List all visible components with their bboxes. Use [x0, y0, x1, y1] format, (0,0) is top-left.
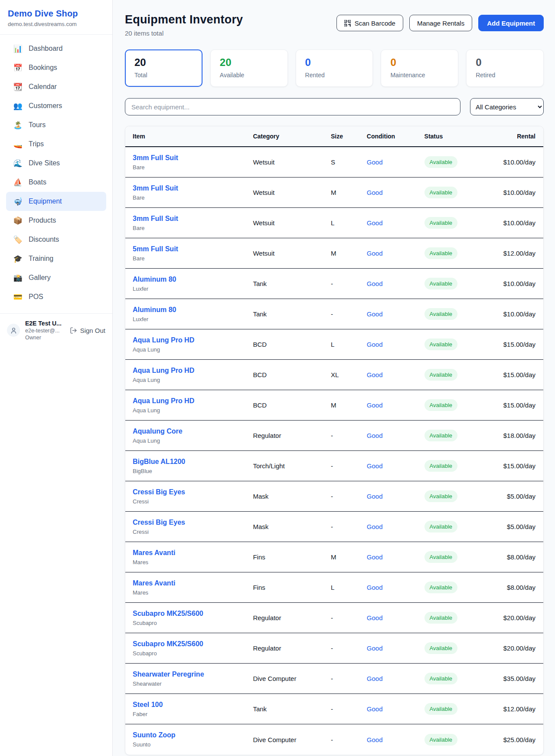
sign-out-button[interactable]: Sign Out: [70, 327, 105, 334]
table-row: Scubapro MK25/S600ScubaproRegulator-Good…: [125, 633, 543, 664]
category-filter-select[interactable]: All Categories: [470, 98, 544, 115]
item-name-link[interactable]: Aqua Lung Pro HD: [133, 336, 253, 344]
item-size: M: [331, 189, 367, 196]
status-badge: Available: [424, 551, 458, 563]
sidebar-item-dashboard[interactable]: 📊Dashboard: [6, 39, 106, 58]
stat-value: 0: [390, 56, 449, 69]
item-category: Dive Computer: [253, 675, 331, 682]
add-equipment-button[interactable]: Add Equipment: [478, 15, 544, 31]
sidebar-item-tours[interactable]: 🏝️Tours: [6, 115, 106, 135]
sidebar-item-gallery[interactable]: 📸Gallery: [6, 268, 106, 287]
status-badge: Available: [424, 490, 458, 502]
item-rental-price: $15.00/day: [489, 341, 543, 348]
item-name-link[interactable]: Aqua Lung Pro HD: [133, 367, 253, 375]
item-condition-link[interactable]: Good: [367, 341, 424, 348]
item-condition-link[interactable]: Good: [367, 736, 424, 743]
item-name-link[interactable]: BigBlue AL1200: [133, 458, 253, 466]
item-condition-link[interactable]: Good: [367, 250, 424, 257]
item-condition-link[interactable]: Good: [367, 675, 424, 682]
item-name-link[interactable]: Scubapro MK25/S600: [133, 640, 253, 648]
item-name-link[interactable]: 3mm Full Suit: [133, 154, 253, 162]
item-brand: Suunto: [133, 741, 253, 748]
item-name-link[interactable]: 3mm Full Suit: [133, 215, 253, 223]
sidebar-item-products[interactable]: 📦Products: [6, 211, 106, 230]
item-name-link[interactable]: 5mm Full Suit: [133, 245, 253, 253]
item-rental-price: $8.00/day: [489, 584, 543, 591]
item-condition-link[interactable]: Good: [367, 644, 424, 652]
item-name-link[interactable]: 3mm Full Suit: [133, 184, 253, 192]
item-name-link[interactable]: Cressi Big Eyes: [133, 488, 253, 496]
item-condition-link[interactable]: Good: [367, 614, 424, 621]
sidebar-item-label: Customers: [29, 102, 62, 110]
sign-out-icon: [70, 327, 77, 334]
item-size: -: [331, 280, 367, 287]
item-condition-link[interactable]: Good: [367, 462, 424, 470]
item-name-link[interactable]: Aqualung Core: [133, 427, 253, 435]
item-category: Fins: [253, 553, 331, 561]
item-condition-link[interactable]: Good: [367, 189, 424, 196]
brand: Demo Dive Shop demo.test.divestreams.com: [0, 0, 112, 35]
sidebar-item-trips[interactable]: 🚤Trips: [6, 135, 106, 154]
item-name-link[interactable]: Aluminum 80: [133, 306, 253, 314]
item-rental-price: $20.00/day: [489, 614, 543, 621]
stat-card-total[interactable]: 20Total: [125, 49, 202, 87]
sidebar-item-label: Equipment: [29, 197, 62, 205]
item-name-link[interactable]: Mares Avanti: [133, 549, 253, 557]
item-size: M: [331, 250, 367, 257]
item-condition-link[interactable]: Good: [367, 401, 424, 409]
stat-card-available[interactable]: 20Available: [210, 49, 288, 87]
sign-out-label: Sign Out: [80, 327, 105, 334]
item-name-link[interactable]: Suunto Zoop: [133, 731, 253, 739]
manage-rentals-button[interactable]: Manage Rentals: [409, 15, 472, 31]
sidebar-item-dive-sites[interactable]: 🌊Dive Sites: [6, 154, 106, 173]
item-condition-link[interactable]: Good: [367, 219, 424, 227]
search-input[interactable]: [125, 98, 460, 115]
item-condition-link[interactable]: Good: [367, 432, 424, 439]
sidebar-item-customers[interactable]: 👥Customers: [6, 96, 106, 115]
item-condition-link[interactable]: Good: [367, 280, 424, 287]
item-size: -: [331, 705, 367, 713]
sidebar-item-training[interactable]: 🎓Training: [6, 249, 106, 268]
item-name-link[interactable]: Aqua Lung Pro HD: [133, 397, 253, 405]
item-condition-link[interactable]: Good: [367, 523, 424, 530]
sidebar-item-label: Training: [29, 255, 53, 263]
sidebar-item-label: Trips: [29, 140, 44, 148]
item-condition-link[interactable]: Good: [367, 310, 424, 318]
stat-card-rented[interactable]: 0Rented: [296, 49, 373, 87]
item-name-link[interactable]: Aluminum 80: [133, 276, 253, 283]
item-category: BCD: [253, 341, 331, 348]
item-condition-link[interactable]: Good: [367, 158, 424, 166]
item-category: Wetsuit: [253, 250, 331, 257]
sidebar-item-equipment[interactable]: 🤿Equipment: [6, 192, 106, 211]
scan-barcode-button[interactable]: Scan Barcode: [336, 15, 403, 31]
stat-card-maintenance[interactable]: 0Maintenance: [381, 49, 458, 87]
table-row: Scubapro MK25/S600ScubaproRegulator-Good…: [125, 603, 543, 633]
sidebar-item-calendar[interactable]: 📆Calendar: [6, 77, 106, 96]
item-name-link[interactable]: Shearwater Peregrine: [133, 671, 253, 678]
item-name-link[interactable]: Cressi Big Eyes: [133, 519, 253, 526]
item-category: Fins: [253, 584, 331, 591]
item-category: Mask: [253, 493, 331, 500]
sidebar-item-boats[interactable]: ⛵Boats: [6, 173, 106, 192]
item-condition-link[interactable]: Good: [367, 493, 424, 500]
sidebar-item-label: Tours: [29, 121, 46, 129]
item-name-link[interactable]: Mares Avanti: [133, 579, 253, 587]
item-name-link[interactable]: Steel 100: [133, 701, 253, 709]
item-size: -: [331, 614, 367, 621]
brand-name[interactable]: Demo Dive Shop: [8, 9, 104, 19]
item-size: -: [331, 462, 367, 470]
item-name-link[interactable]: Scubapro MK25/S600: [133, 610, 253, 618]
item-condition-link[interactable]: Good: [367, 371, 424, 378]
discounts-icon: 🏷️: [13, 235, 23, 244]
stat-card-retired[interactable]: 0Retired: [466, 49, 544, 87]
item-category: Regulator: [253, 614, 331, 621]
sidebar-item-discounts[interactable]: 🏷️Discounts: [6, 230, 106, 249]
table-row: Mares AvantiMaresFinsLGoodAvailable$8.00…: [125, 572, 543, 603]
sidebar-item-pos[interactable]: 💳POS: [6, 287, 106, 306]
item-condition-link[interactable]: Good: [367, 584, 424, 591]
item-condition-link[interactable]: Good: [367, 705, 424, 713]
sidebar-item-bookings[interactable]: 📅Bookings: [6, 58, 106, 77]
item-condition-link[interactable]: Good: [367, 553, 424, 561]
item-brand: Shearwater: [133, 680, 253, 687]
item-brand: Mares: [133, 559, 253, 565]
